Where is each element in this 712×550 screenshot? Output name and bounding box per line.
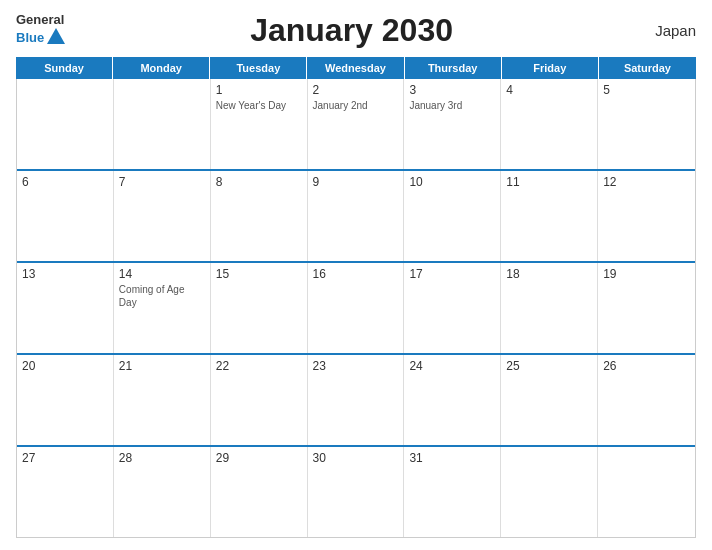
day-number: 11 — [506, 175, 592, 189]
day-number: 12 — [603, 175, 690, 189]
cal-cell: 27 — [17, 447, 114, 537]
day-number: 26 — [603, 359, 690, 373]
cal-cell: 23 — [308, 355, 405, 445]
week-row-4: 20212223242526 — [17, 355, 695, 447]
day-number: 5 — [603, 83, 690, 97]
day-number: 2 — [313, 83, 399, 97]
cal-cell — [598, 447, 695, 537]
country-label: Japan — [636, 22, 696, 39]
day-number: 18 — [506, 267, 592, 281]
day-number: 10 — [409, 175, 495, 189]
day-number: 19 — [603, 267, 690, 281]
cal-cell: 3January 3rd — [404, 79, 501, 169]
calendar-body: 1New Year's Day2January 2nd3January 3rd4… — [16, 79, 696, 538]
cal-cell: 21 — [114, 355, 211, 445]
cal-cell: 22 — [211, 355, 308, 445]
cal-cell: 11 — [501, 171, 598, 261]
day-number: 4 — [506, 83, 592, 97]
day-number: 22 — [216, 359, 302, 373]
page: General Blue January 2030 Japan SundayMo… — [0, 0, 712, 550]
day-header-wednesday: Wednesday — [307, 57, 404, 79]
cal-cell: 17 — [404, 263, 501, 353]
cal-cell: 20 — [17, 355, 114, 445]
day-number: 7 — [119, 175, 205, 189]
cal-cell: 29 — [211, 447, 308, 537]
day-number: 24 — [409, 359, 495, 373]
week-row-5: 2728293031 — [17, 447, 695, 537]
event-text: January 3rd — [409, 99, 495, 112]
day-number: 28 — [119, 451, 205, 465]
cal-cell: 5 — [598, 79, 695, 169]
calendar-header: SundayMondayTuesdayWednesdayThursdayFrid… — [16, 57, 696, 79]
cal-cell: 2January 2nd — [308, 79, 405, 169]
cal-cell: 14Coming of Age Day — [114, 263, 211, 353]
day-number: 20 — [22, 359, 108, 373]
cal-cell: 28 — [114, 447, 211, 537]
day-header-thursday: Thursday — [405, 57, 502, 79]
cal-cell: 24 — [404, 355, 501, 445]
event-text: New Year's Day — [216, 99, 302, 112]
day-number: 17 — [409, 267, 495, 281]
day-number: 16 — [313, 267, 399, 281]
day-number: 14 — [119, 267, 205, 281]
day-number: 27 — [22, 451, 108, 465]
day-number: 15 — [216, 267, 302, 281]
day-number: 13 — [22, 267, 108, 281]
day-header-tuesday: Tuesday — [210, 57, 307, 79]
day-number: 3 — [409, 83, 495, 97]
day-number: 31 — [409, 451, 495, 465]
cal-cell: 25 — [501, 355, 598, 445]
logo-icon — [45, 26, 67, 48]
day-header-friday: Friday — [502, 57, 599, 79]
cal-cell: 12 — [598, 171, 695, 261]
cal-cell: 7 — [114, 171, 211, 261]
cal-cell: 1New Year's Day — [211, 79, 308, 169]
day-number: 29 — [216, 451, 302, 465]
day-number: 30 — [313, 451, 399, 465]
cal-cell: 31 — [404, 447, 501, 537]
day-header-saturday: Saturday — [599, 57, 696, 79]
day-number: 8 — [216, 175, 302, 189]
cal-cell: 9 — [308, 171, 405, 261]
day-number: 6 — [22, 175, 108, 189]
cal-cell: 10 — [404, 171, 501, 261]
day-number: 1 — [216, 83, 302, 97]
day-number: 25 — [506, 359, 592, 373]
day-number: 9 — [313, 175, 399, 189]
cal-cell: 30 — [308, 447, 405, 537]
svg-marker-0 — [47, 28, 65, 44]
cal-cell: 4 — [501, 79, 598, 169]
cal-cell: 26 — [598, 355, 695, 445]
cal-cell: 13 — [17, 263, 114, 353]
day-number: 23 — [313, 359, 399, 373]
cal-cell — [114, 79, 211, 169]
cal-cell: 6 — [17, 171, 114, 261]
logo-blue: Blue — [16, 31, 44, 44]
calendar: SundayMondayTuesdayWednesdayThursdayFrid… — [16, 57, 696, 538]
logo: General Blue — [16, 13, 67, 48]
cal-cell: 16 — [308, 263, 405, 353]
day-number: 21 — [119, 359, 205, 373]
logo-general: General — [16, 13, 67, 26]
cal-cell: 8 — [211, 171, 308, 261]
day-header-monday: Monday — [113, 57, 210, 79]
cal-cell: 19 — [598, 263, 695, 353]
week-row-3: 1314Coming of Age Day1516171819 — [17, 263, 695, 355]
cal-cell: 15 — [211, 263, 308, 353]
page-title: January 2030 — [67, 12, 636, 49]
week-row-1: 1New Year's Day2January 2nd3January 3rd4… — [17, 79, 695, 171]
day-header-sunday: Sunday — [16, 57, 113, 79]
cal-cell: 18 — [501, 263, 598, 353]
event-text: January 2nd — [313, 99, 399, 112]
cal-cell — [501, 447, 598, 537]
week-row-2: 6789101112 — [17, 171, 695, 263]
header: General Blue January 2030 Japan — [16, 12, 696, 49]
event-text: Coming of Age Day — [119, 283, 205, 309]
cal-cell — [17, 79, 114, 169]
